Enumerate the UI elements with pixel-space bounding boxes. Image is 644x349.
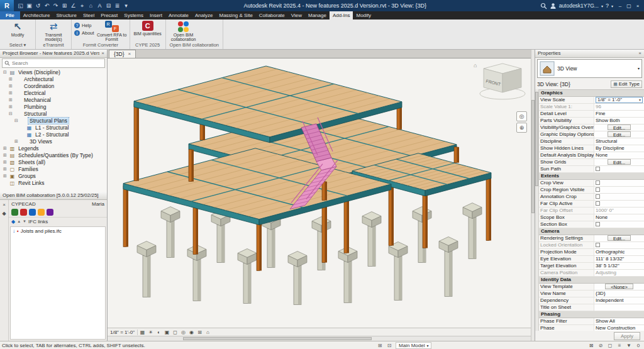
expand-plus-icon[interactable]: ⊞	[8, 97, 13, 102]
ribbon-button-transmit-model-s[interactable]: ⇄Transmit model(s)	[38, 21, 69, 42]
sort-down-icon[interactable]: ▼	[23, 219, 26, 223]
property-value-scale-value-1[interactable]: 96	[594, 104, 644, 110]
ribbon-button-convert-rfa-to-formit[interactable]: RFConvert RFA to FormIt	[97, 21, 127, 42]
property-value-title-on-sheet[interactable]	[594, 304, 644, 311]
type-selector[interactable]: 3D View ▾	[537, 59, 642, 78]
close-view-icon[interactable]: ×	[128, 51, 131, 57]
ribbon-tab-manage[interactable]: Manage	[305, 11, 330, 19]
ribbon-panel-caption-etransmit[interactable]: eTransmit	[36, 42, 71, 49]
press-drag-icon[interactable]: ◻	[606, 343, 614, 348]
property-value-phase[interactable]: New Construction	[594, 325, 644, 331]
tree-item-electrical[interactable]: ⊞Electrical	[0, 90, 107, 97]
visual-style-icon[interactable]: ▦	[138, 329, 147, 336]
close-panel-icon[interactable]: ×	[3, 202, 6, 208]
ribbon-tab-architecture[interactable]: Architecture	[20, 11, 53, 19]
properties-scrollbar[interactable]	[535, 89, 539, 331]
ribbon-tab-analyze[interactable]: Analyze	[192, 11, 216, 19]
property-value-view-name[interactable]: {3D}	[594, 291, 644, 297]
property-group-identity-data[interactable]: Identity Data	[539, 277, 644, 284]
ribbon-tab-steel[interactable]: Steel	[80, 11, 97, 19]
temporary-hide-isolate-icon[interactable]: ◎	[179, 329, 187, 336]
tree-item-sheets-all[interactable]: ⊞▧Sheets (all)	[0, 159, 107, 166]
expand-plus-icon[interactable]: ⊞	[8, 84, 13, 89]
tree-item-l1-structural[interactable]: ▦L1 - Structural	[0, 125, 107, 131]
scroll-thumb[interactable]	[531, 100, 535, 213]
tree-item-schedules-quantities-by-type[interactable]: ⊞▤Schedules/Quantities (By Type)	[0, 152, 107, 159]
property-value-parts-visibility[interactable]: Show Both	[594, 118, 644, 124]
edit-type-button[interactable]: ▦ Edit Type	[611, 80, 642, 88]
checkbox[interactable]	[596, 187, 600, 192]
property-value-default-analysis-display-s[interactable]: None	[594, 152, 644, 158]
checkbox[interactable]	[596, 201, 600, 206]
minimize-button[interactable]: –	[616, 1, 625, 10]
expand-minus-icon[interactable]: ⊟	[8, 111, 13, 116]
zoom-icon[interactable]: ⊕	[516, 123, 527, 133]
maximize-button[interactable]: ▢	[625, 1, 633, 10]
design-options-icon[interactable]: ⊡	[386, 343, 393, 348]
expand-plus-icon[interactable]: ⊞	[8, 91, 13, 96]
ribbon-button-help[interactable]: ?Help	[74, 23, 94, 28]
ribbon-button-about[interactable]: iAbout	[74, 30, 94, 36]
close-icon[interactable]: ×	[99, 50, 104, 56]
worksets-icon[interactable]: ⊞	[376, 343, 384, 348]
tree-item-3d-views[interactable]: ⊞3D Views	[0, 138, 107, 145]
ribbon-tab-file[interactable]: File	[0, 11, 20, 19]
value-dropdown[interactable]: 1/8" = 1'-0"▾	[596, 97, 643, 103]
tree-item-structural-plans[interactable]: ⊟Structural Plans	[0, 118, 107, 125]
sync-with-central-icon[interactable]: ↺	[34, 1, 42, 10]
view-tab-3d[interactable]: {3D} ×	[109, 50, 136, 58]
reveal-hidden-elements-icon[interactable]: ◉	[187, 329, 196, 336]
ribbon-tab-massing-site[interactable]: Massing & Site	[216, 11, 255, 19]
locked-3d-view-icon[interactable]: ⌂	[204, 329, 212, 336]
edit-button[interactable]: Edit...	[608, 235, 631, 241]
ribbon-button-bim-quantities[interactable]: CBIM quantities	[133, 21, 163, 36]
close-icon[interactable]: ×	[636, 50, 641, 56]
account-caret-icon[interactable]: ▾	[601, 4, 603, 8]
ribbon-panel-caption-select[interactable]: Select ▾	[0, 42, 35, 49]
tree-item-families[interactable]: ⊞▢Families	[0, 166, 107, 173]
strubim-app-icon[interactable]	[20, 209, 27, 216]
text-icon[interactable]: A	[96, 1, 104, 10]
ifc-file-item[interactable]: ↓▪Joists and piles.ifc	[11, 227, 105, 235]
tree-item-views-discipline[interactable]: ⊟▤Views (Discipline)	[0, 69, 107, 76]
worksharing-display-icon[interactable]: ⊞	[196, 329, 204, 336]
tree-item-structural[interactable]: ⊟Structural	[0, 111, 107, 118]
section-icon[interactable]: ⊟	[104, 1, 113, 10]
expand-minus-icon[interactable]: ⊟	[3, 70, 8, 75]
checkbox[interactable]	[596, 167, 600, 171]
expand-plus-icon[interactable]: ⊞	[3, 174, 8, 179]
edit-button[interactable]: <None>	[605, 284, 633, 289]
expand-plus-icon[interactable]: ⊞	[3, 153, 8, 158]
measure-icon[interactable]: ∠	[69, 1, 77, 10]
model-viewport[interactable]: FRONT⌂ ◎ ⊕	[108, 58, 531, 328]
property-value-eye-elevation[interactable]: 111' 8 13/32"	[594, 256, 644, 262]
save-icon[interactable]: ▣	[25, 1, 33, 10]
open-bim-model-icon[interactable]	[29, 209, 36, 216]
property-value-scope-box[interactable]: None	[594, 214, 644, 221]
tree-item-plumbing[interactable]: ⊞Plumbing	[0, 104, 107, 111]
editable-only-icon[interactable]: ⊠	[587, 343, 595, 348]
sun-path-icon[interactable]: ☀	[147, 329, 155, 336]
show-crop-region-icon[interactable]: ◻	[171, 329, 179, 336]
scroll-thumb[interactable]	[183, 337, 372, 340]
shadows-icon[interactable]: ◐	[155, 329, 163, 336]
user-avatar-icon[interactable]	[550, 3, 557, 9]
search-input[interactable]	[12, 60, 103, 66]
ribbon-tab-view[interactable]: View	[288, 11, 305, 19]
property-value-projection-mode[interactable]: Orthographic	[594, 249, 644, 255]
expand-plus-icon[interactable]: ⊞	[3, 167, 8, 172]
tree-item-groups[interactable]: ⊞▣Groups	[0, 173, 107, 180]
search-icon[interactable]	[540, 3, 547, 9]
expand-plus-icon[interactable]: ⊞	[8, 104, 13, 109]
share-app-icon[interactable]	[38, 209, 45, 216]
horizontal-scrollbar[interactable]	[108, 336, 531, 341]
ribbon-tab-collaborate[interactable]: Collaborate	[256, 11, 288, 19]
property-group-extents[interactable]: Extents	[539, 173, 644, 180]
checkbox[interactable]	[596, 180, 600, 185]
tree-item-mechanical[interactable]: ⊞Mechanical	[0, 97, 107, 104]
tree-item-coordination[interactable]: ⊞Coordination	[0, 83, 107, 90]
cypecad-app-icon[interactable]	[11, 209, 18, 216]
crop-view-icon[interactable]: ▣	[163, 329, 171, 336]
undo-icon[interactable]: ↶	[43, 1, 51, 10]
property-value-target-elevation[interactable]: 38' 5 1/32"	[594, 263, 644, 269]
